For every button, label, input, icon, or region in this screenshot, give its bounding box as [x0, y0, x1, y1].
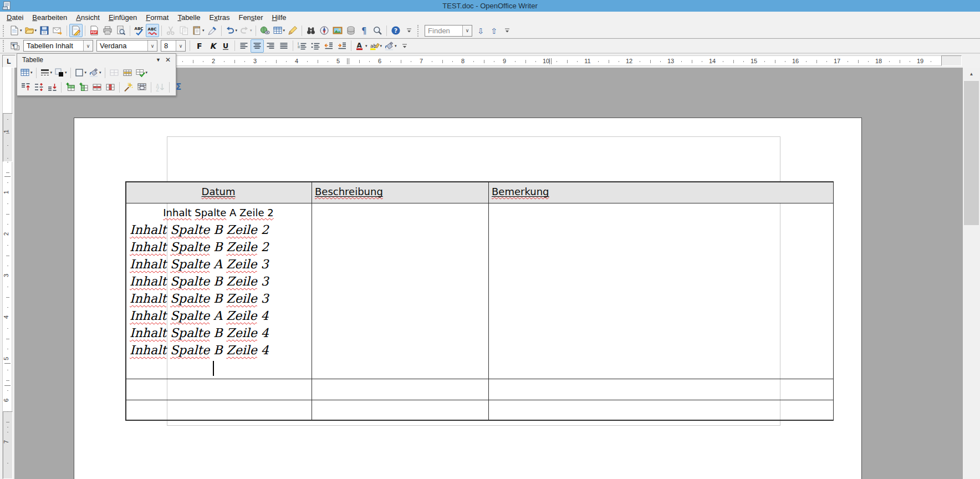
- toolbar-overflow-button[interactable]: [501, 24, 514, 37]
- palette-menu-button[interactable]: ▼: [153, 57, 164, 63]
- scrollbar-up-arrow[interactable]: ▲: [963, 69, 980, 79]
- valign-bottom-button[interactable]: [45, 80, 59, 94]
- font-size-combo-dropdown-button[interactable]: ∨: [176, 40, 185, 51]
- styles-window-button[interactable]: ¶: [8, 39, 22, 53]
- dropdown-arrow-icon[interactable]: ▾: [236, 28, 238, 33]
- table-cell-text-line[interactable]: Inhalt Spalte B Zeile 4: [130, 326, 269, 340]
- insert-column-button[interactable]: [77, 80, 90, 94]
- border-color-button[interactable]: ▾: [53, 66, 68, 79]
- save-document-button[interactable]: [38, 24, 51, 37]
- toolbar-grip[interactable]: [3, 25, 6, 37]
- dropdown-arrow-icon[interactable]: ▾: [30, 70, 33, 75]
- undo-button[interactable]: ▾: [224, 24, 239, 37]
- menu-tabelle[interactable]: Tabelle: [173, 12, 205, 23]
- insert-table-button[interactable]: ▾: [272, 24, 287, 37]
- paste-button[interactable]: ▾: [191, 24, 206, 37]
- document-page[interactable]: DatumBeschreibungBemerkungInhalt Spalte …: [74, 118, 862, 479]
- new-document-button[interactable]: ▾: [8, 24, 23, 37]
- scrollbar-thumb[interactable]: [964, 81, 979, 225]
- optimize-button[interactable]: ▾: [134, 66, 149, 79]
- menu-hilfe[interactable]: Hilfe: [268, 12, 291, 23]
- toolbar-grip[interactable]: [3, 40, 6, 52]
- table-cell-text-line[interactable]: Inhalt Spalte B Zeile 3: [130, 274, 269, 288]
- format-paintbrush-button[interactable]: [206, 24, 219, 37]
- line-style-button[interactable]: ▾: [39, 66, 54, 79]
- menu-ansicht[interactable]: Ansicht: [72, 12, 104, 23]
- font-size-combo[interactable]: 8∨: [161, 40, 186, 52]
- table-toolbar-palette[interactable]: Tabelle ▼ ✕ ▾▾▾▾▾▾ AZΣ: [17, 53, 176, 96]
- hyperlink-button[interactable]: [258, 24, 272, 37]
- font-name-combo-dropdown-button[interactable]: ∨: [147, 40, 157, 51]
- insert-row-button[interactable]: [64, 80, 77, 94]
- table-cell-text-line[interactable]: Inhalt Spalte A Zeile 4: [130, 309, 268, 323]
- vertical-ruler-strip[interactable]: 11234567: [2, 68, 12, 479]
- help-button[interactable]: ?: [389, 24, 402, 37]
- formatting-marks-button[interactable]: ¶: [358, 24, 371, 37]
- dropdown-arrow-icon[interactable]: ▾: [380, 44, 382, 48]
- align-right-button[interactable]: [264, 39, 277, 53]
- zoom-button[interactable]: [371, 24, 384, 37]
- dropdown-arrow-icon[interactable]: ▾: [50, 70, 53, 75]
- draw-functions-button[interactable]: [286, 24, 299, 37]
- vertical-scrollbar[interactable]: ▲: [963, 68, 980, 479]
- valign-top-button[interactable]: [19, 80, 32, 94]
- table-cell-text-line[interactable]: Inhalt Spalte B Zeile 4: [130, 343, 269, 357]
- background-color-button[interactable]: ▾: [88, 66, 103, 79]
- dropdown-arrow-icon[interactable]: ▾: [85, 70, 87, 75]
- table-cell-text-line[interactable]: Inhalt Spalte B Zeile 3: [130, 292, 269, 305]
- find-next-button[interactable]: ⇩: [474, 24, 487, 37]
- table-header-cell[interactable]: Bemerkung: [492, 186, 834, 197]
- increase-indent-button[interactable]: [335, 39, 349, 53]
- borders-button[interactable]: ▾: [73, 66, 88, 79]
- table-cell-text-line[interactable]: Inhalt Spalte A Zeile 2: [125, 207, 312, 218]
- background-color-button[interactable]: ▾: [383, 39, 398, 53]
- align-center-button[interactable]: [251, 39, 264, 53]
- find-replace-button[interactable]: [304, 24, 318, 37]
- table-cell-text-line[interactable]: Inhalt Spalte A Zeile 3: [130, 257, 268, 271]
- dropdown-arrow-icon[interactable]: ▾: [202, 28, 205, 33]
- valign-center-button[interactable]: [32, 80, 45, 94]
- table-cell-text-line[interactable]: Inhalt Spalte B Zeile 2: [130, 223, 269, 237]
- dropdown-arrow-icon[interactable]: ▾: [395, 44, 397, 48]
- document-area[interactable]: DatumBeschreibungBemerkungInhalt Spalte …: [14, 68, 980, 479]
- dropdown-arrow-icon[interactable]: ▾: [20, 28, 22, 33]
- bold-button[interactable]: F: [192, 39, 206, 53]
- delete-row-button[interactable]: [90, 80, 104, 94]
- menu-datei[interactable]: Datei: [2, 12, 28, 23]
- menu-extras[interactable]: Extras: [205, 12, 234, 23]
- font-name-combo[interactable]: Verdana∨: [96, 40, 157, 52]
- dropdown-arrow-icon[interactable]: ▾: [65, 70, 67, 75]
- decrease-indent-button[interactable]: [322, 39, 335, 53]
- delete-column-button[interactable]: [104, 80, 117, 94]
- menu-fenster[interactable]: Fenster: [234, 12, 267, 23]
- toolbar-overflow-button[interactable]: [402, 24, 416, 37]
- menu-einfgen[interactable]: Einfügen: [104, 12, 141, 23]
- vertical-ruler[interactable]: 11234567: [0, 68, 14, 479]
- palette-close-button[interactable]: ✕: [164, 56, 172, 64]
- dropdown-arrow-icon[interactable]: ▾: [365, 44, 368, 48]
- italic-button[interactable]: K: [206, 39, 219, 53]
- bullet-list-button[interactable]: [309, 39, 322, 53]
- gallery-button[interactable]: [331, 24, 344, 37]
- spellcheck-button[interactable]: ABC: [132, 24, 146, 37]
- sum-button[interactable]: Σ: [172, 80, 185, 94]
- align-justified-button[interactable]: [277, 39, 290, 53]
- autoformat-button[interactable]: [122, 80, 135, 94]
- find-input[interactable]: Finden∨: [425, 25, 472, 37]
- table-properties-button[interactable]: [135, 80, 149, 94]
- email-document-button[interactable]: [51, 24, 64, 37]
- underline-button[interactable]: U: [219, 39, 232, 53]
- insert-table-button[interactable]: ▾: [19, 66, 34, 79]
- table-cell-text-line[interactable]: Inhalt Spalte B Zeile 2: [130, 240, 269, 254]
- edit-file-button[interactable]: [69, 24, 83, 37]
- dropdown-arrow-icon[interactable]: ▾: [35, 28, 37, 33]
- print-file-button[interactable]: [101, 24, 114, 37]
- palette-title-bar[interactable]: Tabelle ▼ ✕: [17, 54, 176, 65]
- page-preview-button[interactable]: [114, 24, 127, 37]
- dropdown-arrow-icon[interactable]: ▾: [99, 70, 101, 75]
- toolbar-overflow-button[interactable]: [398, 39, 411, 53]
- data-sources-button[interactable]: [344, 24, 358, 37]
- toolbar-grip[interactable]: [417, 25, 420, 37]
- font-color-button[interactable]: A▾: [354, 39, 369, 53]
- paragraph-style-combo[interactable]: Tabellen Inhalt∨: [23, 40, 93, 52]
